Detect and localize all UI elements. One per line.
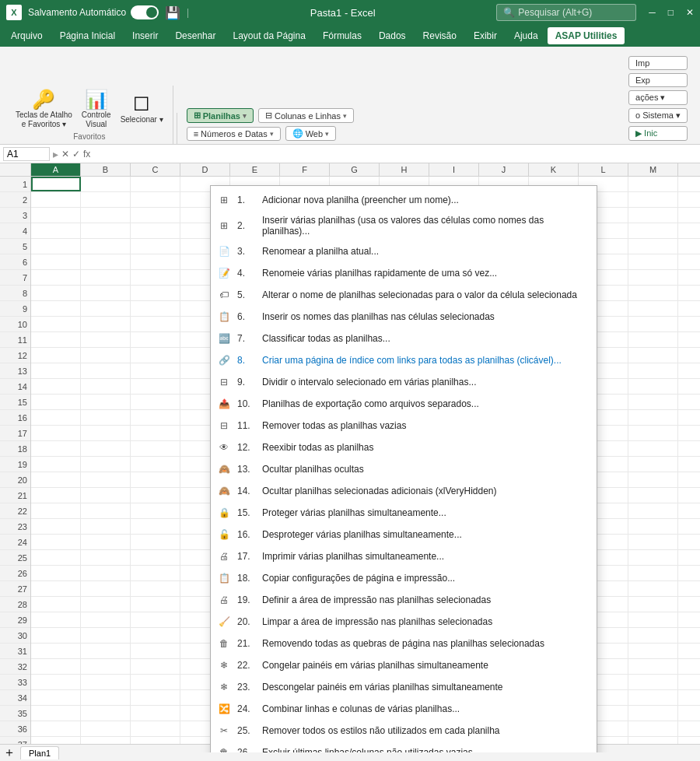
cell-A25[interactable] [31,550,81,565]
cell-N13[interactable] [678,363,700,378]
cell-M24[interactable] [628,535,678,549]
cell-N23[interactable] [678,519,700,534]
dropdown-menu[interactable]: ⊞1.Adicionar nova planilha (preencher um… [210,185,597,752]
cell-B30[interactable] [81,628,131,643]
cell-B11[interactable] [81,332,131,347]
cell-A24[interactable] [31,535,81,549]
cell-B13[interactable] [81,363,131,378]
cell-M10[interactable] [628,317,678,331]
cell-B24[interactable] [81,535,131,549]
cell-M31[interactable] [628,644,678,658]
cell-B35[interactable] [81,706,131,721]
cell-B23[interactable] [81,519,131,534]
cell-A7[interactable] [31,270,81,285]
cell-M32[interactable] [628,659,678,674]
cell-B33[interactable] [81,675,131,689]
menu-item-8[interactable]: 🔗8.Criar uma página de índice com links … [211,349,597,371]
cell-M26[interactable] [628,566,678,580]
cell-B26[interactable] [81,566,131,580]
cell-M27[interactable] [628,581,678,596]
cell-C28[interactable] [131,597,180,612]
cell-C16[interactable] [131,410,180,425]
cell-C7[interactable] [131,270,180,285]
cell-N24[interactable] [678,535,700,549]
menu-item-26[interactable]: 🗑26.Excluir últimas linhas/colunas não u… [211,742,597,752]
cell-C6[interactable] [131,254,180,269]
cell-A28[interactable] [31,597,81,612]
cell-C35[interactable] [131,706,180,721]
cell-M16[interactable] [628,410,678,425]
cell-A22[interactable] [31,503,81,518]
cell-N19[interactable] [678,457,700,472]
formula-insert-fn[interactable]: fx [83,149,90,160]
cell-C8[interactable] [131,286,180,300]
cell-A33[interactable] [31,675,81,689]
menu-arquivo[interactable]: Arquivo [3,27,51,44]
cell-N27[interactable] [678,581,700,596]
cell-C34[interactable] [131,690,180,705]
menu-item-14[interactable]: 🙈14.Ocultar planilhas selecionadas adici… [211,480,597,502]
cell-B3[interactable] [81,208,131,223]
cell-N15[interactable] [678,395,700,409]
menu-asap[interactable]: ASAP Utilities [548,27,625,44]
menu-item-22[interactable]: ❄22.Congelar painéis em várias planilhas… [211,654,597,676]
menu-desenhar[interactable]: Desenhar [167,27,223,44]
cell-M3[interactable] [628,208,678,223]
menu-item-2[interactable]: ⊞2.Inserir várias planilhas (usa os valo… [211,211,597,240]
menu-item-11[interactable]: ⊟11.Remover todas as planilhas vazias [211,415,597,437]
cell-A5[interactable] [31,239,81,254]
cell-ref-input[interactable] [3,147,50,161]
cell-N35[interactable] [678,706,700,721]
menu-item-16[interactable]: 🔓16.Desproteger várias planilhas simulta… [211,524,597,545]
cell-M36[interactable] [628,721,678,736]
cell-M22[interactable] [628,503,678,518]
btn-acoes[interactable]: ações ▾ [628,90,688,105]
menu-item-17[interactable]: 🖨17.Imprimir várias planilhas simultanea… [211,545,597,567]
cell-A31[interactable] [31,644,81,658]
cell-N30[interactable] [678,628,700,643]
cell-A20[interactable] [31,472,81,487]
cell-M19[interactable] [628,457,678,472]
cell-A10[interactable] [31,317,81,331]
new-sheet-btn[interactable]: ＋ [3,745,16,752]
window-minimize[interactable]: ─ [649,7,656,18]
cell-M9[interactable] [628,301,678,316]
btn-teclas-atalho[interactable]: 🔑 Teclas de Atalhoe Favoritos ▾ [12,89,75,131]
cell-M25[interactable] [628,550,678,565]
menu-pagina-inicial[interactable]: Página Inicial [52,27,123,44]
cell-M14[interactable] [628,379,678,394]
cell-M35[interactable] [628,706,678,721]
cell-A29[interactable] [31,612,81,627]
cell-A8[interactable] [31,286,81,300]
cell-A3[interactable] [31,208,81,223]
cell-A4[interactable] [31,223,81,238]
cell-C15[interactable] [131,395,180,409]
cell-C31[interactable] [131,644,180,658]
cell-B7[interactable] [81,270,131,285]
menu-item-9[interactable]: ⊟9.Dividir o intervalo selecionado em vá… [211,371,597,393]
cell-M13[interactable] [628,363,678,378]
cell-M1[interactable] [628,177,678,191]
cell-A34[interactable] [31,690,81,705]
cell-B27[interactable] [81,581,131,596]
cell-A26[interactable] [31,566,81,580]
cell-C23[interactable] [131,519,180,534]
cell-N36[interactable] [678,721,700,736]
menu-item-4[interactable]: 📝4.Renomeie várias planilhas rapidamente… [211,262,597,284]
menu-item-12[interactable]: 👁12.Reexibir todas as planilhas [211,437,597,458]
btn-inic[interactable]: ▶ Inic [628,126,688,141]
cell-B14[interactable] [81,379,131,394]
cell-C25[interactable] [131,550,180,565]
cell-B9[interactable] [81,301,131,316]
cell-A11[interactable] [31,332,81,347]
cell-M15[interactable] [628,395,678,409]
cell-M34[interactable] [628,690,678,705]
cell-N20[interactable] [678,472,700,487]
menu-item-23[interactable]: ❄23.Descongelar painéis em várias planil… [211,676,597,698]
cell-B10[interactable] [81,317,131,331]
cell-M7[interactable] [628,270,678,285]
menu-ajuda[interactable]: Ajuda [506,27,546,44]
cell-C32[interactable] [131,659,180,674]
cell-B16[interactable] [81,410,131,425]
cell-B15[interactable] [81,395,131,409]
